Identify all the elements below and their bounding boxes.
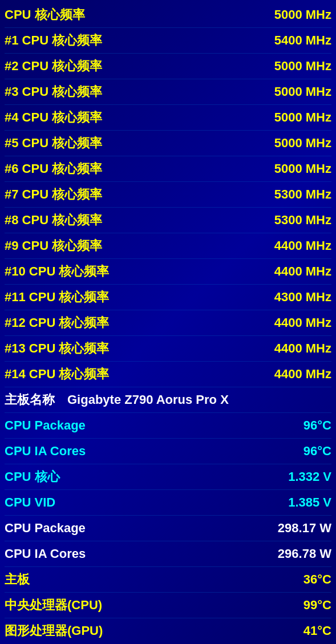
row-value: 5000 MHz	[274, 84, 331, 99]
table-row: 主板36°C	[0, 567, 336, 592]
row-label: #10 CPU 核心频率	[5, 263, 109, 280]
row-label: #4 CPU 核心频率	[5, 109, 102, 126]
row-label: 主板	[5, 571, 30, 588]
table-row: #2 CPU 核心频率5000 MHz	[0, 54, 336, 79]
row-value: 41°C	[303, 623, 331, 638]
row-label: CPU IA Cores	[5, 444, 86, 459]
row-label: #12 CPU 核心频率	[5, 314, 109, 331]
row-value: 5000 MHz	[274, 7, 331, 22]
table-row: CPU 核心1.332 V	[0, 464, 336, 489]
table-row: 主板名称 Gigabyte Z790 Aorus Pro X	[0, 387, 336, 412]
row-value: 5300 MHz	[274, 187, 331, 202]
row-label: #6 CPU 核心频率	[5, 160, 102, 177]
table-row: 中央处理器(CPU)99°C	[0, 593, 336, 618]
table-row: #11 CPU 核心频率4300 MHz	[0, 285, 336, 310]
row-value: 5000 MHz	[274, 110, 331, 125]
row-value: 36°C	[303, 572, 331, 587]
row-label: 中央处理器(CPU)	[5, 597, 102, 614]
table-row: #1 CPU 核心频率5400 MHz	[0, 28, 336, 53]
row-label: CPU Package	[5, 418, 86, 433]
row-value: 296.78 W	[278, 546, 331, 561]
table-row: 图形处理器(GPU)41°C	[0, 618, 336, 643]
row-value: 1.385 V	[288, 495, 331, 510]
table-row: #9 CPU 核心频率4400 MHz	[0, 233, 336, 258]
row-label: #1 CPU 核心频率	[5, 32, 102, 49]
row-label: #11 CPU 核心频率	[5, 289, 109, 306]
main-content: CPU 核心频率5000 MHz#1 CPU 核心频率5400 MHz#2 CP…	[0, 0, 336, 644]
table-row: CPU 核心频率5000 MHz	[0, 2, 336, 27]
row-label: 图形处理器(GPU)	[5, 622, 103, 639]
row-label: CPU Package	[5, 521, 86, 536]
row-value: 4300 MHz	[274, 290, 331, 305]
row-value: 96°C	[303, 418, 331, 433]
row-label: 主板名称 Gigabyte Z790 Aorus Pro X	[5, 391, 229, 408]
row-label: #8 CPU 核心频率	[5, 212, 102, 229]
table-row: CPU Package298.17 W	[0, 516, 336, 541]
row-value: 99°C	[303, 598, 331, 613]
row-label: CPU 核心	[5, 468, 60, 485]
row-label: CPU 核心频率	[5, 6, 85, 23]
row-value: 5400 MHz	[274, 33, 331, 48]
table-row: CPU Package96°C	[0, 413, 336, 438]
row-label: #13 CPU 核心频率	[5, 340, 109, 357]
table-row: #6 CPU 核心频率5000 MHz	[0, 156, 336, 181]
row-value: 4400 MHz	[274, 341, 331, 356]
table-row: #5 CPU 核心频率5000 MHz	[0, 131, 336, 156]
table-row: #8 CPU 核心频率5300 MHz	[0, 208, 336, 233]
row-value: 5000 MHz	[274, 59, 331, 74]
row-value: 5000 MHz	[274, 136, 331, 151]
table-row: CPU IA Cores296.78 W	[0, 541, 336, 566]
row-value: 4400 MHz	[274, 264, 331, 279]
row-label: CPU VID	[5, 495, 55, 510]
table-row: #10 CPU 核心频率4400 MHz	[0, 259, 336, 284]
row-value: 4400 MHz	[274, 367, 331, 382]
table-row: #3 CPU 核心频率5000 MHz	[0, 79, 336, 104]
row-value: 4400 MHz	[274, 238, 331, 253]
table-row: CPU IA Cores96°C	[0, 439, 336, 464]
row-label: #7 CPU 核心频率	[5, 186, 102, 203]
row-value: 5300 MHz	[274, 213, 331, 228]
table-row: #12 CPU 核心频率4400 MHz	[0, 310, 336, 335]
row-value: 96°C	[303, 444, 331, 459]
table-row: CPU VID1.385 V	[0, 490, 336, 515]
table-row: #13 CPU 核心频率4400 MHz	[0, 336, 336, 361]
row-value: 4400 MHz	[274, 315, 331, 330]
table-row: #14 CPU 核心频率4400 MHz	[0, 362, 336, 387]
row-value: 5000 MHz	[274, 161, 331, 176]
row-label: #14 CPU 核心频率	[5, 366, 109, 383]
row-label: #3 CPU 核心频率	[5, 83, 102, 100]
table-row: #4 CPU 核心频率5000 MHz	[0, 105, 336, 130]
row-label: #9 CPU 核心频率	[5, 237, 102, 254]
row-label: CPU IA Cores	[5, 546, 86, 561]
row-label: #5 CPU 核心频率	[5, 135, 102, 152]
row-value: 298.17 W	[278, 521, 331, 536]
row-label: #2 CPU 核心频率	[5, 58, 102, 75]
row-value: 1.332 V	[288, 469, 331, 484]
table-row: #7 CPU 核心频率5300 MHz	[0, 182, 336, 207]
